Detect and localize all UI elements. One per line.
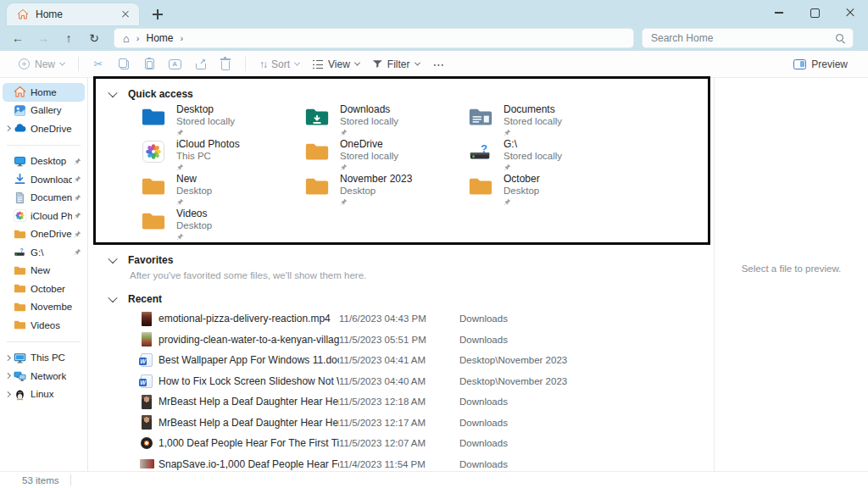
- maximize-button[interactable]: [797, 0, 832, 25]
- chevron-right-icon[interactable]: ›: [136, 33, 140, 43]
- sidebar-item-label: Documents: [31, 192, 72, 202]
- preview-toggle-button[interactable]: Preview: [787, 53, 854, 75]
- folder-icon: [468, 175, 493, 197]
- search-icon[interactable]: [835, 33, 846, 44]
- share-button[interactable]: [187, 53, 213, 75]
- sidebar-top-group: Home Gallery OneDrive - Persona: [0, 83, 87, 138]
- forward-button[interactable]: →: [31, 27, 56, 49]
- filter-button[interactable]: Filter: [366, 53, 426, 75]
- sidebar-item[interactable]: Gallery: [3, 102, 85, 120]
- pin-icon: [176, 164, 184, 171]
- recent-file-row[interactable]: MrBeast Help a Deaf Daughter Hear Her Mo…: [89, 413, 714, 434]
- quick-access-item[interactable]: Videos Desktop: [141, 208, 304, 243]
- sidebar-item[interactable]: OneDrive - Persona: [3, 119, 85, 138]
- new-button[interactable]: + New: [12, 53, 71, 75]
- up-button[interactable]: ↑: [56, 27, 81, 49]
- item-name: G:\: [504, 139, 562, 150]
- breadcrumb[interactable]: ⌂ › Home ›: [114, 28, 634, 48]
- quick-access-item[interactable]: iCloud Photos This PC: [141, 139, 304, 174]
- tab-close-icon[interactable]: [119, 8, 132, 21]
- quick-access-item[interactable]: Documents Stored locally: [468, 104, 632, 139]
- new-tab-button[interactable]: [151, 8, 164, 21]
- sidebar-item[interactable]: Videos: [3, 316, 85, 335]
- share-icon: [195, 59, 206, 69]
- sidebar-item-icon: [14, 228, 26, 241]
- copy-button[interactable]: [111, 53, 136, 75]
- recent-file-row[interactable]: How to Fix Lock Screen Slideshow Not Wor…: [89, 371, 714, 392]
- file-name: Best Wallpaper App For Windows 11.docx: [159, 354, 339, 366]
- sidebar-item-icon: [14, 319, 26, 331]
- quick-access-item[interactable]: OneDrive Stored locally: [304, 139, 468, 174]
- quick-access-item[interactable]: October Desktop: [468, 174, 632, 208]
- cut-button[interactable]: ✂: [86, 53, 111, 75]
- recent-file-row[interactable]: SnapSave.io-1,000 Deaf People Hear For T…: [89, 454, 714, 472]
- scissors-icon: ✂: [94, 58, 103, 70]
- item-name: New: [176, 174, 212, 185]
- recent-file-row[interactable]: MrBeast Help a Deaf Daughter Hear Her Mo…: [89, 391, 714, 413]
- sort-button[interactable]: ↑↓ Sort: [253, 53, 306, 75]
- chevron-right-icon[interactable]: [3, 126, 14, 130]
- chevron-right-icon[interactable]: [3, 392, 14, 396]
- delete-button[interactable]: [213, 53, 238, 75]
- sidebar-item[interactable]: This PC: [3, 349, 85, 368]
- search-box[interactable]: [642, 28, 854, 48]
- quick-access-item[interactable]: Downloads Stored locally: [304, 104, 468, 139]
- breadcrumb-home-label[interactable]: Home: [147, 32, 174, 44]
- chevron-right-icon[interactable]: [3, 356, 14, 360]
- file-location: Desktop\November 2023: [459, 355, 567, 365]
- chevron-down-icon[interactable]: [108, 293, 117, 302]
- pin-icon: [176, 198, 184, 206]
- title-bar: Home ← → ↑ ↻ ⌂ › Home ›: [0, 0, 868, 51]
- refresh-button[interactable]: ↻: [81, 27, 107, 49]
- rename-button[interactable]: A: [162, 53, 187, 75]
- recent-header[interactable]: Recent: [89, 291, 714, 307]
- view-button[interactable]: View: [306, 53, 366, 75]
- recent-file-row[interactable]: Best Wallpaper App For Windows 11.docx 1…: [89, 350, 714, 371]
- sort-arrows-icon: ↑↓: [259, 58, 266, 70]
- paste-icon: [145, 58, 154, 69]
- sidebar-item[interactable]: Network: [3, 367, 85, 385]
- quick-access-item[interactable]: Desktop Stored locally: [141, 104, 304, 139]
- chevron-right-icon[interactable]: [3, 374, 14, 378]
- item-name: iCloud Photos: [176, 139, 240, 150]
- sidebar-item[interactable]: November 2023: [3, 298, 85, 317]
- file-icon-cell: [138, 395, 155, 409]
- recent-file-list: emotional-pizza-delivery-reaction.mp4 11…: [89, 308, 714, 471]
- quick-access-item[interactable]: New Desktop: [141, 174, 304, 208]
- sidebar-item-label: Desktop: [31, 156, 72, 166]
- tab-home[interactable]: Home: [7, 3, 139, 25]
- breadcrumb-home-icon[interactable]: ⌂: [123, 32, 130, 45]
- more-options-button[interactable]: ⋯: [426, 53, 452, 75]
- funnel-icon: [373, 60, 382, 69]
- favorites-header[interactable]: Favorites: [89, 252, 714, 268]
- item-name: Videos: [176, 208, 212, 219]
- sidebar-item[interactable]: Home: [3, 83, 85, 102]
- paste-button[interactable]: [136, 53, 162, 75]
- chevron-down-icon[interactable]: [108, 88, 117, 97]
- folder-icon: [141, 106, 166, 128]
- recent-file-row[interactable]: emotional-pizza-delivery-reaction.mp4 11…: [89, 308, 714, 330]
- sidebar-item[interactable]: October: [3, 280, 85, 298]
- sidebar-item[interactable]: iCloud Photos: [3, 207, 85, 225]
- sidebar-item[interactable]: Desktop: [3, 152, 85, 171]
- recent-file-row[interactable]: providing-clean-water-to-a-kenyan-villag…: [89, 330, 714, 351]
- minimize-button[interactable]: [761, 0, 797, 25]
- quick-access-item[interactable]: G:\ Stored locally: [468, 139, 632, 174]
- quick-access-header[interactable]: Quick access: [89, 86, 714, 102]
- sidebar-item[interactable]: OneDrive: [3, 225, 85, 244]
- tab-row: Home: [0, 0, 868, 25]
- chevron-down-icon[interactable]: [108, 254, 117, 263]
- sidebar-item[interactable]: Documents: [3, 189, 85, 208]
- sidebar-item[interactable]: G:\: [3, 243, 85, 262]
- close-button[interactable]: [832, 0, 868, 25]
- quick-access-item[interactable]: November 2023 Desktop: [304, 174, 468, 208]
- file-list-area: Quick access Desktop Stored locally Down…: [89, 78, 714, 471]
- sidebar-item[interactable]: Downloads: [3, 170, 85, 189]
- sidebar-item[interactable]: New: [3, 262, 85, 280]
- sidebar-item[interactable]: Linux: [3, 385, 85, 404]
- item-name: OneDrive: [340, 139, 398, 150]
- back-button[interactable]: ←: [5, 27, 31, 49]
- recent-file-row[interactable]: 1,000 Deaf People Hear For The First Tim…: [89, 433, 714, 454]
- search-input[interactable]: [651, 32, 835, 44]
- chevron-right-icon[interactable]: ›: [181, 33, 184, 43]
